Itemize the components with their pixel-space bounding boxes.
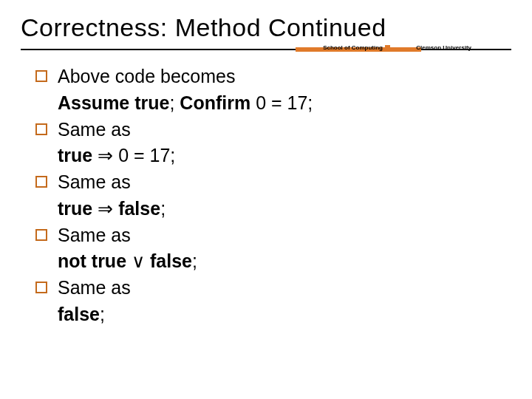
bullet-square-icon: [35, 229, 47, 241]
bullet-square-icon: [35, 176, 47, 188]
item-sub: not true ∨ false;: [58, 249, 505, 274]
item-lead: Same as: [58, 170, 131, 195]
item-sub: true ⇒ false;: [58, 197, 505, 222]
item-lead: Same as: [58, 117, 131, 143]
item-sub: true ⇒ 0 = 17;: [58, 143, 505, 168]
list-item: Same as: [22, 117, 505, 143]
list-item: Same as: [22, 170, 505, 195]
item-lead: Same as: [58, 223, 131, 248]
item-lead: Above code becomes: [58, 64, 235, 89]
slide-body: Above code becomes Assume true; Confirm …: [21, 60, 511, 327]
header-university: Clemson University: [416, 45, 471, 51]
item-lead: Same as: [58, 276, 131, 301]
slide-title: Correctness: Method Continued: [21, 13, 511, 42]
item-sub: Assume true; Confirm 0 = 17;: [58, 91, 505, 116]
list-item: Same as: [22, 276, 505, 301]
bullet-square-icon: [35, 282, 47, 293]
bullet-square-icon: [35, 123, 47, 135]
bullet-square-icon: [35, 70, 47, 82]
header-square-icon: [385, 45, 390, 50]
title-rule: School of Computing Clemson University: [21, 45, 511, 55]
list-item: Same as: [22, 223, 505, 248]
list-item: Above code becomes: [22, 64, 505, 89]
header-school: School of Computing: [323, 45, 383, 51]
item-sub: false;: [58, 302, 505, 327]
